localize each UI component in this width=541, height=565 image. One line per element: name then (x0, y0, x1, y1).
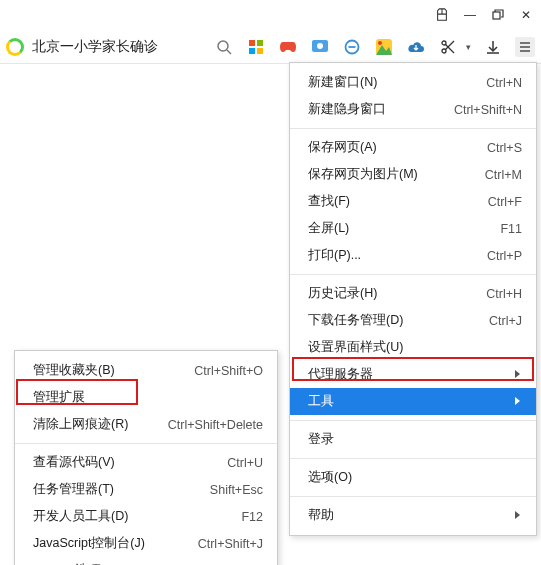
main-menu-item-11[interactable]: 设置界面样式(U) (290, 334, 536, 361)
scissors-icon[interactable] (438, 37, 458, 57)
sub-menu-item-label: 管理收藏夹(B) (33, 362, 115, 379)
browser-logo-icon (6, 38, 24, 56)
svg-point-1 (218, 41, 228, 51)
sub-menu-item-6[interactable]: 开发人员工具(D)F12 (15, 503, 277, 530)
sub-menu-item-shortcut: Ctrl+U (227, 456, 263, 470)
sub-menu-item-1[interactable]: 管理扩展 (15, 384, 277, 411)
main-menu-item-15[interactable]: 登录 (290, 426, 536, 453)
svg-line-2 (227, 50, 231, 54)
sub-menu-item-shortcut: Ctrl+Shift+Delete (168, 418, 263, 432)
svg-rect-5 (249, 48, 255, 54)
sub-menu-item-label: 开发人员工具(D) (33, 508, 128, 525)
main-menu-item-label: 选项(O) (308, 469, 352, 486)
colorful-icon[interactable] (374, 37, 394, 57)
search-icon[interactable] (214, 37, 234, 57)
extension-icon[interactable] (435, 8, 449, 22)
main-menu-item-17[interactable]: 选项(O) (290, 464, 536, 491)
main-menu-item-shortcut: Ctrl+M (485, 168, 522, 182)
sub-menu-item-0[interactable]: 管理收藏夹(B)Ctrl+Shift+O (15, 357, 277, 384)
main-menu-item-shortcut: Ctrl+S (487, 141, 522, 155)
main-menu-item-shortcut: Ctrl+J (489, 314, 522, 328)
sub-menu-item-2[interactable]: 清除上网痕迹(R)Ctrl+Shift+Delete (15, 411, 277, 438)
svg-rect-6 (257, 48, 263, 54)
main-menu-item-label: 新建窗口(N) (308, 74, 377, 91)
hamburger-menu-icon[interactable] (515, 37, 535, 57)
main-menu-item-label: 登录 (308, 431, 334, 448)
main-menu-item-0[interactable]: 新建窗口(N)Ctrl+N (290, 69, 536, 96)
sub-menu-item-label: 管理扩展 (33, 389, 85, 406)
sub-menu-item-label: JavaScript控制台(J) (33, 535, 145, 552)
svg-point-12 (378, 41, 382, 45)
main-menu-item-10[interactable]: 下载任务管理(D)Ctrl+J (290, 307, 536, 334)
sub-menu-item-label: 查看源代码(V) (33, 454, 115, 471)
main-menu-item-5[interactable]: 查找(F)Ctrl+F (290, 188, 536, 215)
address-text[interactable]: 北京一小学家长确诊 (32, 38, 158, 56)
svg-point-13 (442, 49, 446, 53)
tools-submenu: 管理收藏夹(B)Ctrl+Shift+O管理扩展清除上网痕迹(R)Ctrl+Sh… (14, 350, 278, 565)
main-menu-item-label: 保存网页(A) (308, 139, 377, 156)
sub-menu-item-shortcut: F12 (241, 510, 263, 524)
main-menu-item-label: 工具 (308, 393, 334, 410)
main-menu: 新建窗口(N)Ctrl+N新建隐身窗口Ctrl+Shift+N保存网页(A)Ct… (289, 62, 537, 536)
main-menu-separator (290, 274, 536, 275)
download-arrow-icon[interactable] (483, 37, 503, 57)
main-menu-separator (290, 458, 536, 459)
sub-menu-item-shortcut: Ctrl+Shift+O (194, 364, 263, 378)
main-menu-item-6[interactable]: 全屏(L)F11 (290, 215, 536, 242)
main-menu-item-shortcut: Ctrl+N (486, 76, 522, 90)
sub-menu-item-label: 清除上网痕迹(R) (33, 416, 128, 433)
sub-menu-separator (15, 443, 277, 444)
main-menu-item-label: 设置界面样式(U) (308, 339, 403, 356)
sub-menu-item-shortcut: Shift+Esc (210, 483, 263, 497)
sub-menu-item-5[interactable]: 任务管理器(T)Shift+Esc (15, 476, 277, 503)
scissors-dropdown-icon[interactable]: ▾ (466, 42, 471, 52)
main-menu-item-label: 代理服务器 (308, 366, 373, 383)
svg-rect-4 (257, 40, 263, 46)
main-menu-item-shortcut: Ctrl+P (487, 249, 522, 263)
main-menu-item-7[interactable]: 打印(P)...Ctrl+P (290, 242, 536, 269)
chevron-right-icon (494, 395, 522, 409)
main-menu-item-label: 新建隐身窗口 (308, 101, 386, 118)
chevron-right-icon (494, 368, 522, 382)
main-menu-separator (290, 420, 536, 421)
main-menu-item-1[interactable]: 新建隐身窗口Ctrl+Shift+N (290, 96, 536, 123)
main-menu-item-shortcut: Ctrl+Shift+N (454, 103, 522, 117)
grid-icon[interactable] (246, 37, 266, 57)
svg-rect-3 (249, 40, 255, 46)
main-menu-item-4[interactable]: 保存网页为图片(M)Ctrl+M (290, 161, 536, 188)
main-menu-item-19[interactable]: 帮助 (290, 502, 536, 529)
main-menu-item-shortcut: Ctrl+H (486, 287, 522, 301)
gamepad-icon[interactable] (278, 37, 298, 57)
close-button[interactable]: ✕ (519, 8, 533, 22)
sub-menu-item-shortcut: Ctrl+Shift+J (198, 537, 263, 551)
svg-point-8 (317, 43, 323, 49)
main-menu-item-label: 保存网页为图片(M) (308, 166, 418, 183)
chevron-right-icon (494, 509, 522, 523)
main-menu-item-13[interactable]: 工具 (290, 388, 536, 415)
sub-menu-item-7[interactable]: JavaScript控制台(J)Ctrl+Shift+J (15, 530, 277, 557)
sub-menu-item-4[interactable]: 查看源代码(V)Ctrl+U (15, 449, 277, 476)
main-menu-item-shortcut: Ctrl+F (488, 195, 522, 209)
svg-point-14 (442, 41, 446, 45)
main-menu-item-shortcut: F11 (500, 222, 522, 236)
main-menu-separator (290, 128, 536, 129)
sub-menu-item-label: 任务管理器(T) (33, 481, 114, 498)
main-menu-item-label: 打印(P)... (308, 247, 361, 264)
main-menu-item-label: 下载任务管理(D) (308, 312, 403, 329)
main-menu-item-12[interactable]: 代理服务器 (290, 361, 536, 388)
main-menu-item-label: 历史记录(H) (308, 285, 377, 302)
screenshot-icon[interactable] (310, 37, 330, 57)
circle-dash-icon[interactable] (342, 37, 362, 57)
download-cloud-icon[interactable] (406, 37, 426, 57)
browser-toolbar: 北京一小学家长确诊 ▾ (0, 30, 541, 64)
main-menu-item-9[interactable]: 历史记录(H)Ctrl+H (290, 280, 536, 307)
main-menu-item-label: 帮助 (308, 507, 334, 524)
minimize-button[interactable]: — (463, 8, 477, 22)
sub-menu-item-8[interactable]: Internet选项 (15, 557, 277, 565)
main-menu-separator (290, 496, 536, 497)
main-menu-item-3[interactable]: 保存网页(A)Ctrl+S (290, 134, 536, 161)
main-menu-item-label: 全屏(L) (308, 220, 349, 237)
main-menu-item-label: 查找(F) (308, 193, 350, 210)
restore-button[interactable] (491, 8, 505, 22)
window-titlebar: — ✕ (0, 0, 541, 30)
